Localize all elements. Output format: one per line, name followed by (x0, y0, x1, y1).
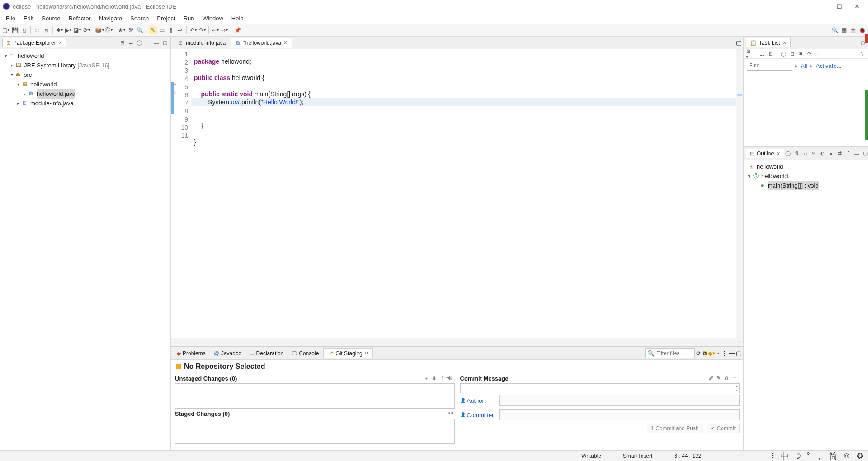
stash-button[interactable]: ◆▾ (708, 350, 716, 357)
close-icon[interactable]: ✕ (783, 40, 787, 46)
commit-message-box[interactable]: ▴▾ (460, 383, 740, 393)
task-list-body[interactable] (744, 72, 868, 146)
toggle-mark-button[interactable]: ✎ (149, 26, 157, 34)
forward-button[interactable]: ⇒ (220, 26, 228, 34)
new-task-button[interactable]: 🗎▾ (746, 50, 753, 57)
editor-area[interactable]: ⊖ ⚠ 1 2 3 4 5 6 7 8 9 10 11 package hell… (171, 49, 743, 338)
new-button[interactable]: ▢ (2, 26, 10, 34)
chevron-down-icon[interactable]: ▾ (9, 70, 15, 80)
close-icon[interactable]: ✕ (58, 40, 62, 46)
quickfix-icon[interactable]: ⚠ (171, 90, 178, 98)
changeid-button[interactable]: ⎙ (725, 376, 731, 382)
task-list-tab[interactable]: 📋 Task List ✕ (746, 38, 791, 47)
commit-and-push-button[interactable]: ⤴Commit and Push (647, 424, 703, 433)
focus-workweek-button[interactable]: ◯ (780, 50, 787, 57)
hide-completed-button[interactable]: ✖ (797, 50, 804, 57)
categorize-button[interactable]: ☷ (759, 50, 766, 57)
ime-punctuation-button[interactable]: ， (816, 451, 824, 461)
package-explorer-tab[interactable]: ⊞ Package Explorer ✕ (2, 38, 66, 47)
project-node[interactable]: ▾ 🗀 helloworld (2, 51, 169, 61)
toggle-breadcrumb-button[interactable]: ⎋ (42, 26, 50, 34)
annotation-next-button[interactable]: ↷ (198, 26, 206, 34)
open-perspective-button[interactable]: ▦ (840, 26, 848, 34)
minimize-view-button[interactable]: — (852, 40, 858, 46)
add-all-button[interactable]: ⧺ (432, 376, 439, 382)
tab-problems[interactable]: ◆Problems (173, 349, 209, 358)
tab-javadoc[interactable]: @Javadoc (210, 349, 245, 358)
staged-box[interactable] (175, 419, 455, 444)
maximize-view-button[interactable]: ▢ (859, 40, 866, 46)
menu-refactor[interactable]: Refactor (65, 14, 95, 23)
compare-mode-button[interactable]: ⧉ (703, 350, 707, 357)
pin-editor-button[interactable]: 📌 (233, 26, 241, 34)
preferences-button[interactable]: ≡ (733, 376, 740, 382)
minimize-button[interactable]: — (814, 0, 831, 13)
outline-method-node[interactable]: ● main(String[]) : void (746, 181, 866, 190)
unstaged-box[interactable] (175, 383, 455, 409)
committer-input[interactable] (499, 409, 740, 420)
overview-marker[interactable] (737, 94, 742, 96)
focus-task-button[interactable]: ◯ (136, 39, 143, 47)
maximize-view-button[interactable]: ▢ (862, 150, 868, 157)
code-editor[interactable]: package helloworld; public class hellowo… (191, 49, 736, 338)
search-button[interactable]: 🔍 (136, 26, 144, 34)
add-selected-button[interactable]: ＋ (424, 376, 430, 382)
open-task-button[interactable]: ★ (118, 26, 126, 34)
ime-degree-button[interactable]: ° (807, 451, 810, 461)
save-all-button[interactable]: ⎙ (20, 26, 28, 34)
close-button[interactable]: ✕ (848, 0, 865, 13)
ime-moon-button[interactable]: ☽ (794, 451, 801, 461)
package-node[interactable]: ▾ ⊞ helloworld (2, 80, 169, 89)
chevron-down-icon[interactable]: ▾ (15, 80, 21, 89)
debug-perspective-button[interactable]: 🐞 (858, 26, 866, 34)
all-filter-link[interactable]: All (801, 62, 807, 69)
unstage-all-button[interactable]: ⧿ (448, 411, 455, 417)
quick-access-button[interactable]: 🔍 (831, 26, 839, 34)
view-menu-button[interactable]: ⋮ (844, 150, 852, 157)
maximize-view-button[interactable]: ▢ (736, 350, 741, 357)
help-button[interactable]: ? (859, 50, 866, 57)
chevron-right-icon[interactable]: ▸ (21, 89, 28, 99)
amend-button[interactable]: 🖉 (709, 376, 715, 382)
author-input[interactable] (499, 395, 740, 406)
tab-declaration[interactable]: ▭Declaration (246, 349, 288, 358)
view-menu-button[interactable]: ⋮ (722, 350, 727, 357)
new-java-class-button[interactable]: Ⓒ (104, 26, 113, 34)
close-icon[interactable]: ✕ (776, 151, 780, 157)
back-button[interactable]: ⇐ (211, 26, 219, 34)
horizontal-scrollbar[interactable]: ‹ › (171, 338, 743, 346)
ime-settings-button[interactable]: ⚙ (856, 451, 863, 461)
hide-local-button[interactable]: ● (827, 150, 835, 157)
view-menu-button[interactable]: ⋮ (144, 39, 151, 47)
maximize-view-button[interactable]: ▢ (161, 39, 169, 47)
presentation-button[interactable]: ⋮≡▾ (440, 376, 447, 382)
unstage-selected-button[interactable]: － (440, 411, 447, 417)
scroll-right-icon[interactable]: › (739, 339, 741, 345)
ime-emoji-button[interactable]: ☺ (843, 451, 851, 461)
close-icon[interactable]: ✕ (364, 350, 368, 356)
filter-input[interactable] (656, 350, 693, 357)
synchronize-button[interactable]: ⟳ (806, 50, 813, 57)
outline-class-node[interactable]: ▾ Ⓒ helloworld (746, 171, 866, 181)
outline-package-node[interactable]: ⊞ helloworld (746, 162, 866, 171)
signoff-button[interactable]: ✎ (717, 376, 723, 382)
scroll-left-icon[interactable]: ‹ (174, 339, 176, 345)
task-find-input[interactable] (747, 61, 792, 71)
menu-window[interactable]: Window (198, 14, 227, 23)
debug-button[interactable]: ✱ (55, 26, 63, 34)
editor-tab-helloworld[interactable]: 🗎 *helloworld.java ✕ (231, 38, 292, 48)
view-menu-button[interactable]: ⋮ (814, 50, 821, 57)
save-button[interactable]: 💾 (11, 26, 19, 34)
sort-button[interactable]: ⇅ (448, 376, 455, 382)
chevron-right-icon[interactable]: ▸ (15, 99, 21, 108)
menu-edit[interactable]: Edit (19, 14, 38, 23)
java-perspective-button[interactable]: ☕ (849, 26, 857, 34)
jre-node[interactable]: ▸ 🕮 JRE System Library [JavaSE-16] (2, 61, 169, 70)
coverage-button[interactable]: ◪ (73, 26, 81, 34)
editor-tab-moduleinfo[interactable]: 🗎 module-info.java (173, 38, 231, 48)
ime-chinese-button[interactable]: 中 (780, 451, 788, 461)
src-node[interactable]: ▾ 🖿 src (2, 70, 169, 80)
trim-stack-indicator[interactable] (865, 90, 868, 140)
menu-file[interactable]: File (2, 14, 19, 23)
filter-files-field[interactable]: 🔍 (645, 348, 695, 358)
